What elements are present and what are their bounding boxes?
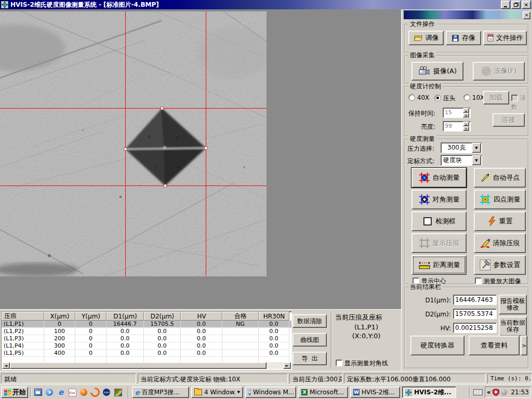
force-select-combo[interactable]: 300克 ▼ [441,142,482,153]
detect-box-button[interactable]: 检测框 [411,211,467,231]
start-button[interactable]: 开始 [1,387,28,398]
read-checkbox[interactable]: 读数 [511,94,528,112]
scroll-thumb[interactable] [10,362,267,369]
table-row[interactable]: (L1,P3)20000.00.00.00.0 [2,335,291,342]
volume-tray-icon[interactable] [501,389,507,395]
column-header[interactable]: 压痕 [2,312,44,321]
radio-10x[interactable]: 10X [463,94,484,101]
distance-measure-button[interactable]: 距离测量 [411,255,467,275]
load-force-button[interactable]: 加载 [483,91,509,104]
internet-explorer-icon[interactable]: e [56,388,65,397]
clear-indent-label: 清除压痕 [493,238,520,248]
view-docs-button[interactable]: 查看资料 [469,336,520,355]
clock[interactable]: 21:53 [509,389,529,396]
column-header[interactable]: 合格 [222,312,259,321]
hold-down-button[interactable]: ▼ [463,113,469,117]
reset-label: 重置 [499,217,513,226]
msn-icon[interactable]: msn [102,388,111,397]
hold-time-spinner[interactable]: 15 ▲▼ [443,108,471,118]
params-button[interactable]: 参数设置 [474,255,526,275]
radio-10x-circle [463,94,470,101]
keyboard-tray-icon[interactable] [473,389,483,397]
column-header[interactable]: HR30N [259,312,289,321]
save-image-label: 存像 [462,33,475,43]
scroll-left-button[interactable]: ◄ [2,362,10,369]
calib-combo-arrow-icon[interactable]: ▼ [472,155,481,165]
brightness-spinner[interactable]: 99 ▲▼ [443,121,471,131]
zoom-view-checkbox[interactable]: 测量放大图像 [475,277,521,286]
show-diagonal-checkbox[interactable]: 显示测量对角线 [336,359,388,368]
show-indent-button[interactable]: 显示压痕 [411,233,467,253]
measurement-group: 硬度测量 压力选择: 300克 ▼ 定标方式: 硬度块 ▼ 自动测量 [404,139,529,285]
file-operation-button[interactable]: DOC 文件操作 [483,31,527,45]
radio-40x[interactable]: 40X [408,94,429,101]
app-icon [1,1,8,8]
force-combo-arrow-icon[interactable]: ▼ [472,143,481,153]
radio-indenter[interactable]: 压头 [434,94,456,103]
calib-mode-combo[interactable]: 硬度块 ▼ [441,155,482,166]
paint-app-icon[interactable] [113,388,123,397]
task-excel[interactable]: X Microsoft... [298,387,348,398]
more-button[interactable]: > [521,336,527,355]
close-button[interactable]: ✕ [522,1,531,9]
file-ops-group: 文件操作 调像 存像 [404,24,529,53]
antivirus-shield-icon[interactable] [493,389,499,396]
restore-button[interactable] [511,1,521,9]
brightness-down-button[interactable]: ▼ [463,126,469,131]
d2-field[interactable]: 15705.5374 [453,309,497,319]
task-baidu-mp3[interactable]: e 百度MP3搜... [132,387,189,398]
outlook-express-icon[interactable] [33,388,43,397]
table-cell: (L1,P1) [2,321,44,328]
capture-button[interactable]: 摄像(A) [411,62,463,81]
column-header[interactable]: X(μm) [44,312,75,321]
title-bar[interactable]: HVIS-2维氏硬度图像测量系统 - [标准图片-4.BMP] ✕ [0,0,532,9]
table-cell: 0.0 [181,342,222,350]
brightness-up-button[interactable]: ▲ [463,122,469,126]
save-image-button[interactable]: 存像 [446,31,481,45]
load-image-button[interactable]: 调像 [408,31,444,45]
reset-button[interactable]: 重置 [474,211,526,231]
task-word[interactable]: W HVIS-2维... [350,387,400,398]
task-media-player[interactable]: Windows M... [245,387,296,398]
eye-app-icon[interactable]: Eye [68,388,77,397]
windows-flag-icon [4,389,11,395]
scroll-right-button[interactable]: ► [283,362,291,369]
d1-field[interactable]: 16446.7463 [453,295,497,305]
media-player-quick-icon[interactable] [45,388,54,397]
micrograph-image[interactable] [0,11,267,276]
orange-globe-icon[interactable] [79,388,88,397]
connect-button[interactable]: 连接 [493,113,525,127]
save-data-button[interactable]: 当前数据 保存 [499,316,527,336]
swirl-app-icon[interactable] [90,388,100,397]
table-row[interactable]: (L1,P4)30000.00.00.00.0 [2,342,291,350]
task-windows-group[interactable]: 4 Window... ▼ [191,387,243,398]
curve-chart-button[interactable]: 曲线图 [292,333,327,347]
report-template-button[interactable]: 报告模板 修改 [499,295,527,314]
column-header[interactable]: D1(μm) [107,312,144,321]
connect-label: 连接 [502,115,515,125]
auto-find-button[interactable]: 自动寻点 [474,168,526,188]
panel-close-button[interactable]: ✕ [523,11,530,19]
table-hscrollbar[interactable]: ◄ ► [2,362,291,369]
calib-mode-value: 硬度块 [441,156,472,165]
hv-field[interactable]: 0.00215258 [453,323,497,333]
table-row[interactable]: (L1,P2)10000.00.00.00.0 [2,328,291,335]
diagonal-measure-button[interactable]: 对角测量 [411,190,467,209]
hardness-converter-button[interactable]: 硬度转换器 [410,336,464,355]
column-header[interactable]: D2(μm) [144,312,181,321]
d2-label: D2(μm): [413,311,451,318]
clear-indent-button[interactable]: 清除压痕 [474,233,526,253]
task-hvis-active[interactable]: HVIS-2维... [402,387,456,398]
auto-measure-button[interactable]: 自动测量 [411,168,467,188]
table-row[interactable]: (L1,P5)40000.00.00.00.0 [2,350,291,357]
column-header[interactable]: HV [181,312,222,321]
table-row[interactable]: (L1,P1)0016446.715705.50.0NG0.0 [2,321,291,328]
column-header[interactable]: Y(μm) [75,312,107,321]
export-button[interactable]: 导 出 [292,352,327,365]
four-point-button[interactable]: 四点测量 [474,190,526,209]
minimize-button[interactable] [501,1,510,9]
tray-expand-icon[interactable]: « [487,389,491,396]
hold-up-button[interactable]: ▲ [463,108,469,113]
freeze-button[interactable]: 冻像(F) [473,62,525,81]
clear-data-button[interactable]: 数据清除 [292,314,327,328]
